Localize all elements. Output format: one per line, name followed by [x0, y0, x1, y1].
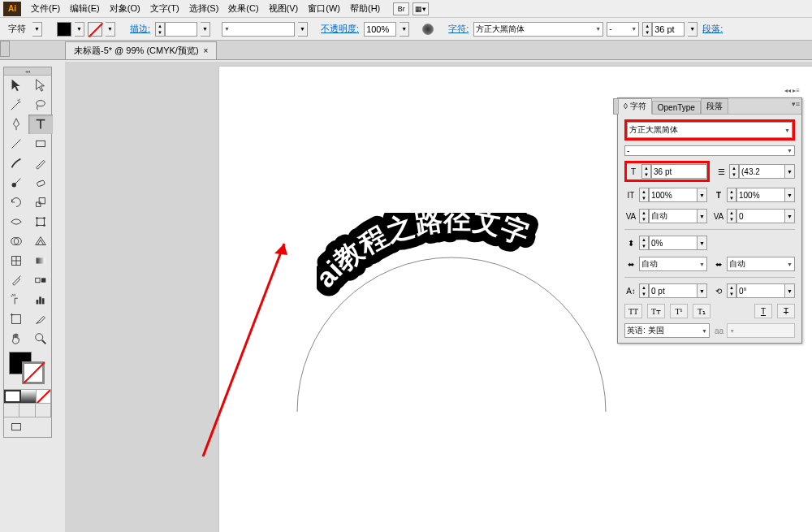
panel-hscale[interactable]: T ▲▼ 100% ▼ — [712, 187, 795, 203]
menu-select[interactable]: 选择(S) — [184, 1, 224, 16]
artboard-tool[interactable] — [4, 309, 28, 329]
brush-style-arrow[interactable]: ▼ — [298, 22, 308, 37]
menu-effect[interactable]: 效果(C) — [223, 1, 263, 16]
fill-swatch[interactable] — [57, 22, 71, 37]
shape-builder-tool[interactable] — [4, 231, 28, 251]
opacity-link[interactable]: 不透明度: — [319, 23, 361, 35]
opacity-input[interactable] — [364, 22, 396, 37]
arrange-docs-button[interactable]: ▦▾ — [412, 2, 429, 15]
color-mode-gradient[interactable] — [21, 390, 36, 403]
menu-window[interactable]: 窗口(W) — [303, 1, 345, 16]
lasso-tool[interactable] — [28, 95, 53, 115]
opacity-arrow[interactable]: ▼ — [400, 22, 409, 37]
superscript-button[interactable]: T¹ — [670, 304, 688, 318]
screen-mode[interactable] — [4, 417, 28, 437]
panel-font-family[interactable]: 方正大黑简体 — [627, 122, 793, 138]
draw-normal[interactable] — [4, 404, 19, 417]
selection-tool[interactable] — [4, 76, 28, 95]
fill-arrow[interactable]: ▼ — [75, 22, 84, 37]
menu-help[interactable]: 帮助(H) — [345, 1, 385, 16]
recolor-icon[interactable] — [422, 24, 434, 35]
toolbox-collapse[interactable] — [4, 67, 51, 76]
text-on-path[interactable]: ai教程之路径文字 ai教程之路径文字 — [317, 213, 593, 310]
eyedropper-tool[interactable] — [4, 270, 28, 290]
width-tool[interactable] — [4, 212, 28, 231]
para-link[interactable]: 段落: — [701, 23, 724, 35]
smallcaps-button[interactable]: Tᴛ — [647, 304, 665, 318]
font-size-arrow[interactable]: ▼ — [688, 22, 698, 37]
font-family-drop[interactable]: 方正大黑简体 — [473, 22, 603, 37]
subscript-button[interactable]: T₁ — [693, 304, 710, 318]
menu-object[interactable]: 对象(O) — [105, 1, 145, 16]
panel-font-size[interactable]: T ▲▼ 36 pt — [627, 163, 707, 179]
panel-vscale[interactable]: IT ▲▼ 100% ▼ — [624, 187, 707, 203]
pen-tool[interactable] — [4, 115, 28, 134]
menu-file[interactable]: 文件(F) — [26, 1, 65, 16]
zoom-tool[interactable] — [28, 329, 53, 348]
tab-character[interactable]: ◊ 字符 — [618, 98, 652, 115]
symbol-spray-tool[interactable] — [4, 290, 28, 309]
font-style-drop[interactable]: - — [607, 22, 639, 37]
blend-tool[interactable] — [28, 270, 53, 290]
panel-tracking[interactable]: VA ▲▼ 0 ▼ — [712, 208, 795, 224]
panel-menu-icon[interactable]: ▾≡ — [792, 100, 800, 108]
brush-tool[interactable] — [4, 154, 28, 173]
mesh-tool[interactable] — [4, 251, 28, 270]
stroke-weight[interactable]: ▲▼ — [155, 22, 197, 37]
tab-opentype[interactable]: OpenType — [652, 101, 701, 114]
strikethrough-button[interactable]: T — [777, 304, 795, 318]
brush-drop[interactable] — [222, 22, 295, 37]
free-transform-tool[interactable] — [28, 212, 53, 231]
type-tool[interactable] — [28, 115, 53, 134]
draw-inside[interactable] — [36, 404, 51, 417]
rect-tool[interactable] — [28, 134, 53, 154]
panel-vshift[interactable]: ⬍ ▲▼ 0% ▼ — [624, 235, 707, 251]
color-mode-none[interactable] — [37, 390, 51, 403]
font-size-spinner[interactable]: ▲▼ 36 pt — [642, 22, 685, 37]
graph-tool[interactable] — [28, 290, 53, 309]
panel-rotation[interactable]: ⟲ ▲▼ 0° ▼ — [712, 283, 795, 299]
panel-collapse-icon[interactable]: ◂◂ ▸≡ — [784, 87, 800, 94]
bridge-button[interactable]: Br — [393, 2, 409, 15]
hand-tool[interactable] — [4, 329, 28, 348]
stroke-swatch[interactable] — [88, 22, 102, 37]
stroke-weight-arrow[interactable]: ▼ — [201, 22, 210, 37]
stroke-link[interactable]: 描边: — [128, 23, 152, 35]
color-mode-solid[interactable] — [4, 390, 21, 403]
rotate-tool[interactable] — [4, 192, 28, 212]
gradient-tool[interactable] — [28, 251, 53, 270]
underline-button[interactable]: T — [754, 304, 772, 318]
side-handle[interactable] — [0, 41, 10, 57]
menu-type[interactable]: 文字(T) — [145, 1, 184, 16]
perspective-tool[interactable] — [28, 231, 53, 251]
eraser-tool[interactable] — [28, 173, 53, 192]
panel-leading[interactable]: ☰ ▲▼ (43.2 ▼ — [715, 163, 795, 179]
menu-edit[interactable]: 编辑(E) — [65, 1, 105, 16]
stroke-arrow[interactable]: ▼ — [106, 22, 115, 37]
tab-paragraph[interactable]: 段落 — [701, 98, 728, 114]
panel-kerning[interactable]: VA ▲▼ 自动 ▼ — [624, 208, 707, 224]
line-tool[interactable] — [4, 134, 28, 154]
fill-stroke-control[interactable] — [4, 348, 51, 389]
magic-wand-tool[interactable] — [4, 95, 28, 115]
panel-aki-right[interactable]: ⬌ 自动 — [712, 256, 795, 272]
stroke-indicator[interactable] — [22, 361, 45, 384]
document-tab[interactable]: 未标题-5* @ 99% (CMYK/预览) × — [65, 41, 217, 59]
menu-view[interactable]: 视图(V) — [264, 1, 304, 16]
blob-tool[interactable] — [4, 173, 28, 192]
scale-tool[interactable] — [28, 192, 53, 212]
panel-font-style[interactable]: - — [624, 145, 795, 156]
char-link[interactable]: 字符: — [447, 23, 470, 35]
font-size-input[interactable]: 36 pt — [652, 22, 685, 37]
stroke-weight-input[interactable] — [165, 22, 197, 37]
allcaps-button[interactable]: TT — [624, 304, 642, 318]
tool-menu-arrow[interactable]: ▼ — [32, 22, 42, 37]
pencil-tool[interactable] — [28, 154, 53, 173]
slice-tool[interactable] — [28, 309, 53, 329]
panel-baseline[interactable]: A↕ ▲▼ 0 pt ▼ — [624, 283, 707, 299]
close-icon[interactable]: × — [204, 46, 209, 55]
panel-aki-left[interactable]: ⬌ 自动 — [624, 256, 707, 272]
direct-select-tool[interactable] — [28, 76, 53, 95]
language-drop[interactable]: 英语: 美国 — [624, 323, 710, 338]
antialiasing-drop[interactable] — [727, 323, 795, 338]
